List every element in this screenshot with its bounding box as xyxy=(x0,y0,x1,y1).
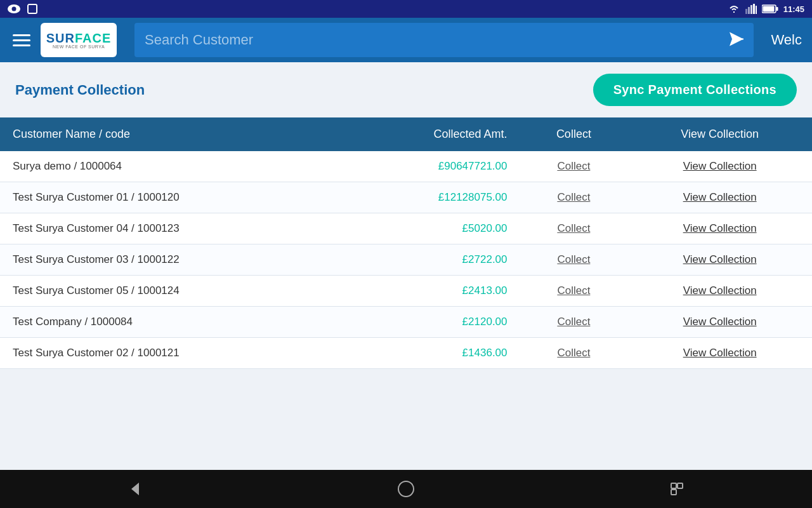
signal-icon xyxy=(745,4,757,14)
data-table-container: Customer Name / code Collected Amt. Coll… xyxy=(0,117,812,470)
customer-name-cell: Test Surya Customer 01 / 1000120 xyxy=(0,182,343,213)
collect-button[interactable]: Collect xyxy=(557,316,590,328)
view-collection-cell: View Collection xyxy=(627,244,812,276)
svg-rect-3 xyxy=(745,9,747,14)
svg-point-1 xyxy=(12,7,16,11)
eye-icon xyxy=(8,4,20,13)
view-collection-button[interactable]: View Collection xyxy=(683,284,757,297)
amount-cell: £12128075.00 xyxy=(343,182,520,213)
main-content: Payment Collection Sync Payment Collecti… xyxy=(0,62,812,470)
col-header-customer: Customer Name / code xyxy=(0,117,343,151)
view-collection-button[interactable]: View Collection xyxy=(683,191,757,204)
collect-button[interactable]: Collect xyxy=(557,160,590,173)
svg-rect-9 xyxy=(776,7,778,11)
collect-button[interactable]: Collect xyxy=(557,284,590,297)
view-collection-cell: View Collection xyxy=(627,213,812,244)
svg-rect-15 xyxy=(671,490,676,495)
amount-cell: £2413.00 xyxy=(343,276,520,307)
view-collection-button[interactable]: View Collection xyxy=(683,222,757,235)
time-display: 11:45 xyxy=(783,4,804,14)
table-row: Test Surya Customer 02 / 1000121£1436.00… xyxy=(0,338,812,369)
view-collection-cell: View Collection xyxy=(627,276,812,307)
back-icon xyxy=(126,480,144,498)
collect-cell: Collect xyxy=(520,151,628,182)
send-button[interactable] xyxy=(727,30,746,51)
sync-button[interactable]: Sync Payment Collections xyxy=(593,74,797,106)
collect-cell: Collect xyxy=(520,276,628,307)
nav-bar: SURFACE NEW FACE OF SURYA Welc xyxy=(0,18,812,62)
welcome-text: Welc xyxy=(771,32,802,48)
amount-cell: £2722.00 xyxy=(343,244,520,276)
customer-name-cell: Test Surya Customer 05 / 1000124 xyxy=(0,276,343,307)
view-collection-cell: View Collection xyxy=(627,151,812,182)
home-icon xyxy=(397,480,415,498)
svg-rect-7 xyxy=(756,6,757,14)
view-collection-button[interactable]: View Collection xyxy=(683,316,757,328)
collect-cell: Collect xyxy=(520,244,628,276)
collect-cell: Collect xyxy=(520,307,628,338)
customer-name-cell: Test Surya Customer 02 / 1000121 xyxy=(0,338,343,369)
amount-cell: £90647721.00 xyxy=(343,151,520,182)
view-collection-button[interactable]: View Collection xyxy=(683,253,757,266)
collect-button[interactable]: Collect xyxy=(557,191,590,204)
battery-icon xyxy=(762,4,778,13)
table-header-row: Customer Name / code Collected Amt. Coll… xyxy=(0,117,812,151)
table-row: Test Company / 1000084£2120.00CollectVie… xyxy=(0,307,812,338)
page-title: Payment Collection xyxy=(15,82,145,98)
collect-button[interactable]: Collect xyxy=(557,253,590,266)
svg-rect-5 xyxy=(750,5,752,14)
view-collection-button[interactable]: View Collection xyxy=(683,160,757,173)
col-header-amount: Collected Amt. xyxy=(343,117,520,151)
search-input[interactable] xyxy=(134,23,754,57)
send-icon xyxy=(727,30,746,49)
table-row: Surya demo / 1000064£90647721.00CollectV… xyxy=(0,151,812,182)
status-bar-left xyxy=(8,3,38,15)
box-icon xyxy=(27,3,38,15)
status-bar-right: 11:45 xyxy=(728,4,804,14)
col-header-collect: Collect xyxy=(520,117,628,151)
customer-name-cell: Test Surya Customer 03 / 1000122 xyxy=(0,244,343,276)
svg-rect-10 xyxy=(763,6,774,12)
amount-cell: £5020.00 xyxy=(343,213,520,244)
amount-cell: £1436.00 xyxy=(343,338,520,369)
view-collection-button[interactable]: View Collection xyxy=(683,347,757,359)
svg-rect-13 xyxy=(671,483,676,488)
customer-name-cell: Test Company / 1000084 xyxy=(0,307,343,338)
table-row: Test Surya Customer 01 / 1000120£1212807… xyxy=(0,182,812,213)
svg-rect-2 xyxy=(28,4,37,13)
hamburger-button[interactable] xyxy=(10,32,33,49)
logo-text: SURFACE xyxy=(46,32,112,44)
view-collection-cell: View Collection xyxy=(627,182,812,213)
bottom-nav xyxy=(0,470,812,508)
table-row: Test Surya Customer 03 / 1000122£2722.00… xyxy=(0,244,812,276)
search-container xyxy=(134,23,754,57)
col-header-view: View Collection xyxy=(627,117,812,151)
table-body: Surya demo / 1000064£90647721.00CollectV… xyxy=(0,151,812,369)
collect-cell: Collect xyxy=(520,213,628,244)
logo: SURFACE NEW FACE OF SURYA xyxy=(41,23,117,57)
svg-rect-14 xyxy=(678,483,683,488)
table-row: Test Surya Customer 04 / 1000123£5020.00… xyxy=(0,213,812,244)
collect-button[interactable]: Collect xyxy=(557,222,590,235)
table-row: Test Surya Customer 05 / 1000124£2413.00… xyxy=(0,276,812,307)
recents-button[interactable] xyxy=(658,476,696,502)
customer-name-cell: Test Surya Customer 04 / 1000123 xyxy=(0,213,343,244)
wifi-icon xyxy=(728,4,740,14)
recents-icon xyxy=(669,481,684,497)
view-collection-cell: View Collection xyxy=(627,307,812,338)
collect-cell: Collect xyxy=(520,338,628,369)
collect-cell: Collect xyxy=(520,182,628,213)
svg-rect-4 xyxy=(748,7,750,14)
payment-collection-table: Customer Name / code Collected Amt. Coll… xyxy=(0,117,812,369)
status-bar: 11:45 xyxy=(0,0,812,18)
amount-cell: £2120.00 xyxy=(343,307,520,338)
page-header: Payment Collection Sync Payment Collecti… xyxy=(0,62,812,117)
collect-button[interactable]: Collect xyxy=(557,347,590,359)
svg-point-12 xyxy=(398,481,414,497)
home-button[interactable] xyxy=(387,476,425,502)
back-button[interactable] xyxy=(116,476,154,502)
view-collection-cell: View Collection xyxy=(627,338,812,369)
svg-marker-11 xyxy=(131,483,139,495)
customer-name-cell: Surya demo / 1000064 xyxy=(0,151,343,182)
logo-subtext: NEW FACE OF SURYA xyxy=(46,44,112,49)
